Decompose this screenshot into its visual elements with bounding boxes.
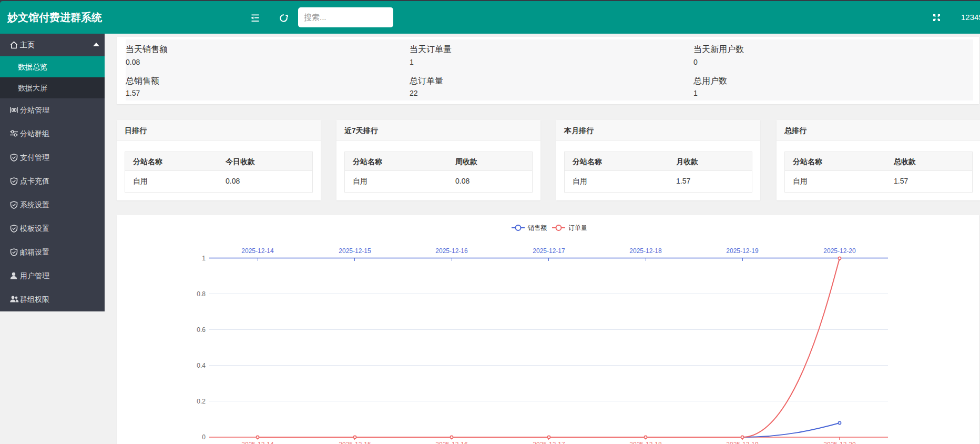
svg-text:2025-12-15: 2025-12-15 — [339, 441, 371, 444]
svg-text:2025-12-16: 2025-12-16 — [435, 441, 468, 444]
svg-text:2025-12-15: 2025-12-15 — [339, 247, 371, 255]
svg-text:2025-12-20: 2025-12-20 — [823, 247, 856, 255]
svg-text:0: 0 — [202, 433, 206, 441]
svg-text:订单量: 订单量 — [568, 224, 587, 231]
svg-text:0.6: 0.6 — [197, 326, 206, 334]
svg-text:2025-12-19: 2025-12-19 — [726, 247, 759, 255]
svg-text:2025-12-18: 2025-12-18 — [629, 247, 662, 255]
svg-text:2025-12-20: 2025-12-20 — [823, 441, 856, 444]
svg-text:2025-12-14: 2025-12-14 — [241, 247, 274, 255]
svg-text:0.4: 0.4 — [197, 362, 206, 369]
svg-text:2025-12-17: 2025-12-17 — [533, 441, 565, 444]
svg-text:2025-12-16: 2025-12-16 — [435, 247, 468, 255]
svg-text:2025-12-19: 2025-12-19 — [726, 441, 759, 444]
svg-text:1: 1 — [202, 255, 206, 262]
svg-text:0.8: 0.8 — [197, 290, 206, 298]
svg-text:2025-12-14: 2025-12-14 — [241, 441, 274, 444]
svg-text:销售额: 销售额 — [527, 224, 547, 231]
svg-text:2025-12-18: 2025-12-18 — [629, 441, 662, 444]
svg-text:0.2: 0.2 — [197, 398, 206, 405]
svg-text:2025-12-17: 2025-12-17 — [533, 247, 565, 255]
